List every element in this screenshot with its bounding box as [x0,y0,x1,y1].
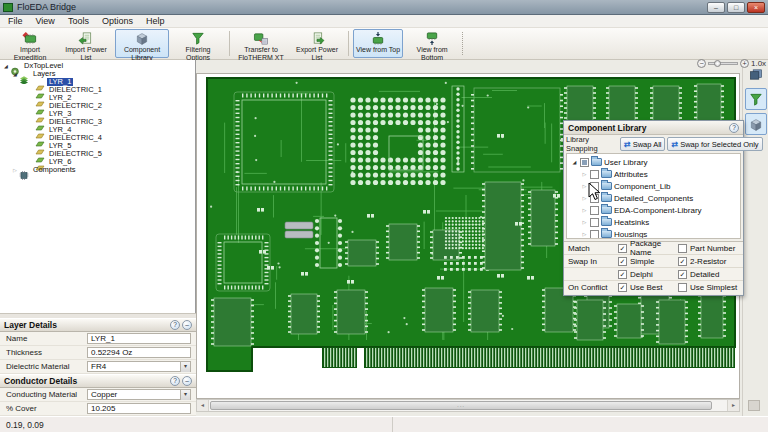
checkbox[interactable] [590,206,599,215]
scroll-right-icon[interactable]: ▸ [727,400,739,411]
checkbox[interactable]: ✓ [618,257,627,266]
scrollbar-thumb[interactable]: ∙∙∙ [210,401,712,410]
tree-node-dielectric-2[interactable]: DIELECTRIC_2 [0,102,195,110]
percent-cover-field[interactable]: 10.205 [87,403,191,414]
option-delphi[interactable]: ✓Delphi [618,270,678,279]
tree-node-dxtoplevel[interactable]: ◢DxTopLevel [0,62,195,70]
mouse-cursor [588,182,601,205]
library-node-housings[interactable]: ▷Housings [567,228,740,239]
transfer-to-flotherm-xt-button[interactable]: Transfer to FloTHERM XT [234,29,288,58]
checkbox[interactable]: ✓ [618,244,627,253]
library-node-attributes[interactable]: ▷Attributes [567,168,740,180]
expand-open-icon[interactable]: ◢ [571,159,578,165]
toolbar-grip[interactable] [462,32,466,55]
swap-selected-button[interactable]: ⇄ Swap for Selected Only [667,137,762,151]
expand-open-icon[interactable]: ◢ [11,71,19,77]
expand-closed-icon[interactable]: ▷ [581,171,588,177]
folder-icon [601,218,612,226]
view-from-bottom-button[interactable]: View from Bottom [405,29,459,58]
checkbox[interactable] [580,158,589,167]
conducting-material-select[interactable]: Copper ▾ [87,389,191,400]
view-from-top-button[interactable]: View from Top [353,29,403,58]
component-library-button[interactable]: Component Library [115,29,169,58]
percent-cover-row: % Cover 10.205 [0,402,196,416]
checkbox[interactable]: ✓ [678,257,687,266]
minimize-button[interactable]: – [707,2,725,13]
collapse-icon[interactable]: – [182,320,192,330]
expand-open-icon[interactable]: ◢ [2,63,10,69]
scrollbar-track[interactable]: ∙∙∙ [209,400,727,411]
zoom-out-icon[interactable]: − [697,59,706,68]
checkbox[interactable] [590,170,599,179]
library-node-heatsinks[interactable]: ▷Heatsinks [567,216,740,228]
menu-options[interactable]: Options [97,16,141,26]
tree-node-dielectric-1[interactable]: DIELECTRIC_1 [0,86,195,94]
option-package-name[interactable]: ✓Package Name [618,239,678,257]
expand-closed-icon[interactable]: ▷ [11,167,19,173]
use-simplest-label: Use Simplest [690,283,737,292]
chevron-down-icon[interactable]: ▾ [180,362,190,372]
on-conflict-label: On Conflict [564,283,618,292]
option-detailed[interactable]: ✓Detailed [678,270,743,279]
expand-closed-icon[interactable]: ▷ [581,219,588,225]
help-icon[interactable]: ? [729,123,739,133]
menu-bar: FileViewToolsOptionsHelp [0,15,768,28]
component-library-titlebar[interactable]: Component Library ? [564,121,743,135]
option-use-best[interactable]: ✓Use Best [618,283,678,292]
tree-node-dielectric-3[interactable]: DIELECTRIC_3 [0,118,195,126]
maximize-button[interactable]: □ [727,2,745,13]
menu-help[interactable]: Help [141,16,173,26]
checkbox[interactable]: ✓ [678,270,687,279]
layer-name-field[interactable]: LYR_1 [87,333,191,344]
expand-closed-icon[interactable]: ▷ [581,231,588,237]
layer-thickness-field[interactable]: 0.52294 Oz [87,347,191,358]
collapse-icon[interactable]: – [182,376,192,386]
filtering-options-button[interactable]: Filtering Options [171,29,225,58]
checkbox[interactable]: ✓ [618,270,627,279]
dielectric-material-select[interactable]: FR4 ▾ [87,361,191,372]
close-button[interactable]: × [747,2,765,13]
swap-all-button[interactable]: ⇄ Swap All [620,137,665,151]
import-power-list-button[interactable]: Import Power List [59,29,113,58]
tree-node-dielectric-5[interactable]: DIELECTRIC_5 [0,150,195,158]
tree-node-lyr-6[interactable]: LYR_6 [0,158,195,166]
dock-component-library-button[interactable] [745,113,767,135]
zoom-in-icon[interactable]: + [740,59,749,68]
option-use-simplest[interactable]: Use Simplest [678,283,743,292]
layer-name-label: Name [0,334,87,343]
view-from-bottom-icon [423,31,441,46]
checkbox[interactable] [678,283,687,292]
help-icon[interactable]: ? [170,376,180,386]
menu-view[interactable]: View [31,16,63,26]
horizontal-scrollbar[interactable]: ◂ ∙∙∙ ▸ [196,399,740,412]
export-power-list-icon [308,31,326,46]
option-simple[interactable]: ✓Simple [618,257,678,266]
library-node-eda-component-library[interactable]: ▷EDA-Component-Library [567,204,740,216]
part-number-label: Part Number [690,244,735,253]
option-2-resistor[interactable]: ✓2-Resistor [678,257,743,266]
help-icon[interactable]: ? [170,320,180,330]
expand-closed-icon[interactable]: ▷ [581,207,588,213]
checkbox[interactable] [678,244,687,253]
tree-node-dielectric-4[interactable]: DIELECTRIC_4 [0,134,195,142]
option-part-number[interactable]: Part Number [678,244,743,253]
import-expedition-button[interactable]: Import Expedition [3,29,57,58]
scroll-left-icon[interactable]: ◂ [197,400,209,411]
menu-tools[interactable]: Tools [63,16,97,26]
tree-node-components[interactable]: ▷Components [0,166,195,174]
library-node-user-library[interactable]: ◢User Library [567,156,740,168]
tree-node-layers[interactable]: ◢Layers [0,70,195,78]
zoom-slider[interactable] [708,62,738,65]
checkbox[interactable]: ✓ [618,283,627,292]
checkbox[interactable] [590,218,599,227]
export-power-list-button[interactable]: Export Power List [290,29,344,58]
component-library-label: Component Library [118,46,166,61]
dock-filtering-options-button[interactable] [745,88,767,110]
expand-closed-icon[interactable]: ▷ [581,183,588,189]
expand-closed-icon[interactable]: ▷ [581,195,588,201]
resize-corner[interactable] [748,400,760,411]
checkbox[interactable] [590,230,599,239]
menu-file[interactable]: File [3,16,31,26]
chevron-down-icon[interactable]: ▾ [180,390,190,400]
zoom-slider-thumb[interactable] [714,60,721,67]
